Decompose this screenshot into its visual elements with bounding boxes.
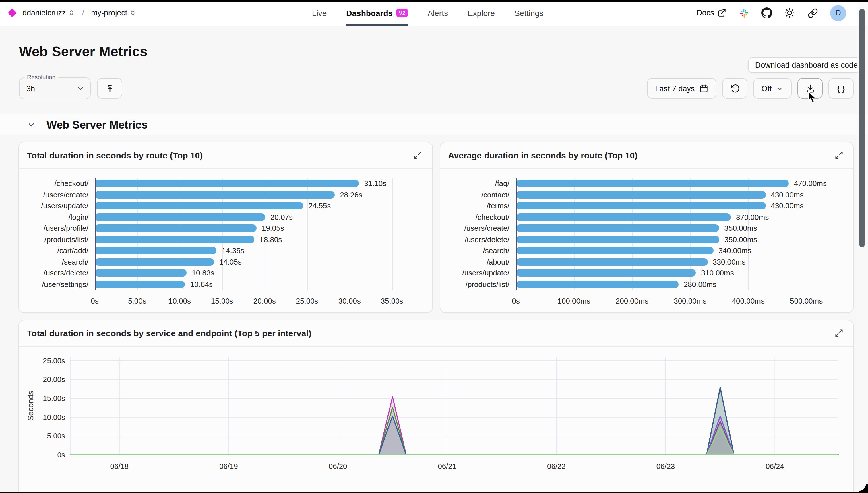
- panel-duration-by-service-endpoint: Total duration in seconds by service and…: [18, 320, 854, 493]
- tooltip: Download dashboard as code: [748, 57, 865, 73]
- pin-icon: [105, 84, 114, 93]
- tab-explore[interactable]: Explore: [468, 0, 495, 26]
- scrollbar-track[interactable]: [856, 2, 868, 492]
- expand-panel-button[interactable]: [832, 148, 846, 162]
- theme-toggle-sun-icon[interactable]: [784, 7, 795, 18]
- calendar-icon: [699, 84, 708, 93]
- expand-icon: [834, 151, 843, 159]
- bar-value-label: 10.83s: [192, 269, 214, 278]
- org-switcher[interactable]: ddanielcruzz: [22, 8, 75, 17]
- brand-logo-icon: [8, 8, 17, 17]
- resolution-label: Resolution: [25, 73, 58, 80]
- bar-category-label: /users/profile/: [19, 223, 95, 234]
- x-tick-label: 30.00s: [338, 297, 361, 305]
- bar: [95, 202, 303, 210]
- pin-resolution-button[interactable]: [97, 78, 122, 99]
- dashboard-json-button[interactable]: { }: [828, 78, 854, 99]
- docs-link[interactable]: Docs: [696, 8, 726, 17]
- share-link-icon[interactable]: [807, 7, 818, 18]
- area-chart-svg: 0s5.00s10.00s15.00s20.00s25.00s06/1806/1…: [23, 352, 848, 488]
- bar-plot: 31.10s 28.26s 24.55s 20.07s 19.05s 18.80…: [95, 178, 406, 290]
- bar: [95, 236, 254, 243]
- collapse-chevron-icon[interactable]: [27, 121, 36, 129]
- x-tick-label: 100.00ms: [557, 297, 590, 305]
- tab-dashboards[interactable]: DashboardsV2: [346, 0, 408, 26]
- refresh-button[interactable]: [722, 78, 747, 99]
- bar: [516, 247, 713, 255]
- y-tick-label: 10.00s: [43, 413, 65, 421]
- bar-row: 310.00ms: [516, 267, 827, 279]
- bar-value-label: 18.80s: [259, 235, 282, 244]
- bar-value-label: 31.10s: [364, 179, 386, 188]
- bar-category-label: /about/: [440, 256, 516, 267]
- app-window: ddanielcruzz / my-project Live Dashboard…: [0, 0, 868, 493]
- x-axis: 0s5.00s10.00s15.00s20.00s25.00s30.00s35.…: [95, 295, 406, 310]
- tab-settings[interactable]: Settings: [514, 0, 543, 26]
- tab-live[interactable]: Live: [312, 0, 327, 26]
- breadcrumb-separator: /: [82, 8, 84, 17]
- bar-value-label: 470.00ms: [794, 179, 827, 188]
- charts-row: Total duration in seconds by route (Top …: [0, 135, 868, 313]
- bar-row: 470.00ms: [516, 178, 827, 189]
- auto-refresh-select[interactable]: Off: [753, 78, 792, 99]
- bar-value-label: 10.64s: [190, 280, 213, 289]
- bar: [95, 258, 214, 266]
- bar-category-label: /users/create/: [440, 223, 516, 234]
- project-switcher[interactable]: my-project: [91, 8, 136, 17]
- bar: [95, 191, 335, 198]
- bar-category-label: /checkout/: [19, 178, 95, 189]
- download-dashboard-button[interactable]: [798, 78, 823, 99]
- panel-title: Total duration in seconds by service and…: [27, 328, 312, 338]
- x-tick-label: 400.00ms: [732, 297, 765, 305]
- bar-category-label: /users/update/: [19, 200, 95, 212]
- bar: [516, 180, 789, 187]
- y-tick-label: 5.00s: [47, 432, 65, 440]
- x-tick-label: 5.00s: [128, 297, 146, 305]
- scrollbar-thumb[interactable]: [860, 8, 865, 248]
- bar-chart: /faq//contact//terms//checkout//users/cr…: [440, 169, 853, 312]
- x-tick-label: 06/23: [656, 462, 675, 470]
- bar-category-label: /login/: [19, 212, 95, 223]
- bar-row: 430.00ms: [516, 189, 827, 200]
- x-tick-label: 35.00s: [381, 297, 403, 305]
- bar: [516, 281, 679, 288]
- bar-value-label: 370.00ms: [736, 213, 769, 221]
- y-tick-label: 20.00s: [43, 376, 65, 383]
- chevron-down-icon: [76, 84, 84, 92]
- section-title: Web Server Metrics: [46, 119, 148, 131]
- github-icon[interactable]: [761, 7, 772, 18]
- panel-title: Total duration in seconds by route (Top …: [27, 150, 203, 160]
- y-tick-label: 0s: [58, 451, 65, 459]
- tab-alerts[interactable]: Alerts: [427, 0, 448, 26]
- project-name: my-project: [91, 8, 127, 17]
- bar: [95, 270, 187, 277]
- bar: [516, 225, 719, 232]
- main-nav: Live DashboardsV2 Alerts Explore Setting…: [312, 0, 543, 26]
- expand-panel-button[interactable]: [411, 148, 425, 162]
- bar-category-label: /users/create/: [19, 189, 95, 200]
- bar-row: 350.00ms: [516, 223, 827, 234]
- bar-category-label: /faq/: [440, 178, 516, 189]
- x-tick-label: 20.00s: [253, 297, 276, 305]
- bar-category-label: /users/delete/: [19, 267, 95, 279]
- user-avatar[interactable]: D: [830, 5, 846, 21]
- panel-average-duration-by-route: Average duration in seconds by route (To…: [440, 142, 854, 313]
- time-range-button[interactable]: Last 7 days: [647, 78, 716, 99]
- x-axis: 0s100.00ms200.00ms300.00ms400.00ms500.00…: [516, 295, 827, 310]
- x-tick-label: 06/20: [329, 462, 347, 470]
- x-tick-label: 06/24: [765, 462, 784, 470]
- bar: [516, 214, 731, 221]
- bar-row: 10.64s: [95, 279, 406, 290]
- bar-category-label: /products/list/: [19, 234, 95, 245]
- window-top-edge: [0, 0, 868, 2]
- slack-icon[interactable]: [738, 7, 749, 18]
- bar-value-label: 24.55s: [308, 202, 331, 210]
- bar-category-label: /contact/: [440, 189, 516, 200]
- section-header[interactable]: Web Server Metrics: [0, 114, 868, 135]
- x-tick-label: 500.00ms: [790, 297, 823, 305]
- external-link-icon: [718, 8, 726, 17]
- resolution-select[interactable]: Resolution 3h: [19, 78, 91, 99]
- expand-panel-button[interactable]: [832, 326, 846, 340]
- bar-category-label: /checkout/: [440, 212, 516, 223]
- bar-value-label: 280.00ms: [684, 280, 716, 289]
